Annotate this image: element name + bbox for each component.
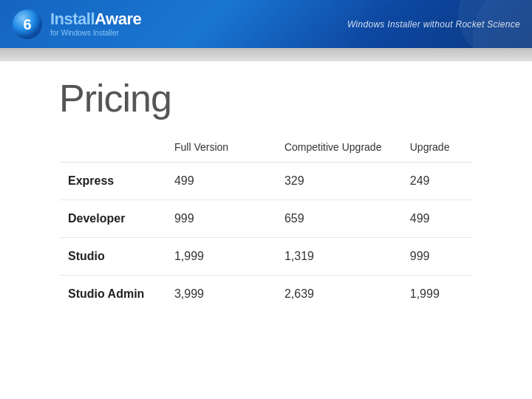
table-row: Developer999659499 [59, 200, 473, 238]
cell-full-version: 1,999 [166, 238, 276, 276]
header: 6 InstallAware for Windows Installer Win… [0, 0, 532, 48]
logo-subtitle: for Windows Installer [50, 29, 141, 37]
cell-product: Studio Admin [59, 276, 166, 313]
logo-icon: 6 [12, 9, 43, 40]
cell-competitive-upgrade: 2,639 [276, 276, 401, 313]
cell-competitive-upgrade: 329 [276, 163, 401, 200]
cell-competitive-upgrade: 659 [276, 200, 401, 238]
svg-text:6: 6 [23, 16, 31, 33]
logo-name: InstallAware [50, 11, 141, 27]
col-header-product [59, 135, 166, 163]
cell-product: Express [59, 163, 166, 200]
col-header-upgrade: Upgrade [401, 135, 473, 163]
cell-competitive-upgrade: 1,319 [276, 238, 401, 276]
separator-bar [0, 48, 532, 61]
cell-full-version: 3,999 [166, 276, 276, 313]
cell-upgrade: 499 [401, 200, 473, 238]
cell-full-version: 999 [166, 200, 276, 238]
page-title: Pricing [59, 76, 473, 120]
table-header-row: Full Version Competitive Upgrade Upgrade [59, 135, 473, 163]
svg-point-0 [13, 10, 42, 39]
cell-upgrade: 249 [401, 163, 473, 200]
main-content: Pricing Full Version Competitive Upgrade… [0, 61, 532, 327]
logo-area: 6 InstallAware for Windows Installer [12, 9, 141, 40]
table-row: Express499329249 [59, 163, 473, 200]
cell-product: Studio [59, 238, 166, 276]
col-header-full-version: Full Version [166, 135, 276, 163]
logo-install: Install [50, 10, 95, 28]
pricing-table: Full Version Competitive Upgrade Upgrade… [59, 135, 473, 313]
col-header-competitive-upgrade: Competitive Upgrade [276, 135, 401, 163]
table-row: Studio1,9991,319999 [59, 238, 473, 276]
logo-text: InstallAware for Windows Installer [50, 11, 141, 37]
header-tagline: Windows Installer without Rocket Science [347, 19, 520, 30]
logo-aware: Aware [95, 10, 141, 28]
cell-upgrade: 1,999 [401, 276, 473, 313]
cell-full-version: 499 [166, 163, 276, 200]
cell-upgrade: 999 [401, 238, 473, 276]
cell-product: Developer [59, 200, 166, 238]
table-row: Studio Admin3,9992,6391,999 [59, 276, 473, 313]
